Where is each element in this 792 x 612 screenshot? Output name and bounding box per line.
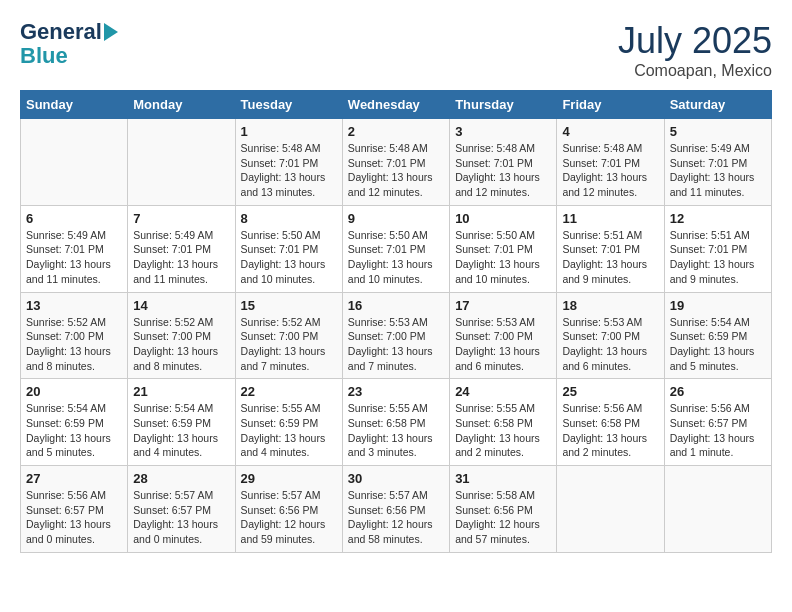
calendar-cell: 5Sunrise: 5:49 AM Sunset: 7:01 PM Daylig… — [664, 119, 771, 206]
day-number: 9 — [348, 211, 444, 226]
day-info: Sunrise: 5:56 AM Sunset: 6:58 PM Dayligh… — [562, 401, 658, 460]
calendar-cell — [21, 119, 128, 206]
calendar-cell: 7Sunrise: 5:49 AM Sunset: 7:01 PM Daylig… — [128, 205, 235, 292]
calendar-cell: 21Sunrise: 5:54 AM Sunset: 6:59 PM Dayli… — [128, 379, 235, 466]
day-info: Sunrise: 5:54 AM Sunset: 6:59 PM Dayligh… — [670, 315, 766, 374]
day-number: 10 — [455, 211, 551, 226]
title-area: July 2025 Comoapan, Mexico — [618, 20, 772, 80]
calendar-cell — [128, 119, 235, 206]
day-info: Sunrise: 5:55 AM Sunset: 6:58 PM Dayligh… — [455, 401, 551, 460]
day-info: Sunrise: 5:50 AM Sunset: 7:01 PM Dayligh… — [241, 228, 337, 287]
calendar-cell — [664, 466, 771, 553]
calendar-cell: 19Sunrise: 5:54 AM Sunset: 6:59 PM Dayli… — [664, 292, 771, 379]
day-info: Sunrise: 5:57 AM Sunset: 6:56 PM Dayligh… — [348, 488, 444, 547]
day-info: Sunrise: 5:49 AM Sunset: 7:01 PM Dayligh… — [670, 141, 766, 200]
day-number: 25 — [562, 384, 658, 399]
day-info: Sunrise: 5:58 AM Sunset: 6:56 PM Dayligh… — [455, 488, 551, 547]
weekday-header: Thursday — [450, 91, 557, 119]
day-info: Sunrise: 5:55 AM Sunset: 6:58 PM Dayligh… — [348, 401, 444, 460]
day-number: 16 — [348, 298, 444, 313]
day-number: 18 — [562, 298, 658, 313]
day-info: Sunrise: 5:51 AM Sunset: 7:01 PM Dayligh… — [670, 228, 766, 287]
calendar-cell: 23Sunrise: 5:55 AM Sunset: 6:58 PM Dayli… — [342, 379, 449, 466]
day-info: Sunrise: 5:53 AM Sunset: 7:00 PM Dayligh… — [562, 315, 658, 374]
day-number: 8 — [241, 211, 337, 226]
day-info: Sunrise: 5:56 AM Sunset: 6:57 PM Dayligh… — [670, 401, 766, 460]
day-info: Sunrise: 5:52 AM Sunset: 7:00 PM Dayligh… — [133, 315, 229, 374]
calendar-cell: 28Sunrise: 5:57 AM Sunset: 6:57 PM Dayli… — [128, 466, 235, 553]
page-header: General Blue July 2025 Comoapan, Mexico — [20, 20, 772, 80]
day-info: Sunrise: 5:53 AM Sunset: 7:00 PM Dayligh… — [348, 315, 444, 374]
calendar-cell: 8Sunrise: 5:50 AM Sunset: 7:01 PM Daylig… — [235, 205, 342, 292]
logo-blue: Blue — [20, 44, 68, 68]
day-number: 2 — [348, 124, 444, 139]
weekday-header: Sunday — [21, 91, 128, 119]
calendar-cell: 13Sunrise: 5:52 AM Sunset: 7:00 PM Dayli… — [21, 292, 128, 379]
calendar-cell: 4Sunrise: 5:48 AM Sunset: 7:01 PM Daylig… — [557, 119, 664, 206]
calendar-cell: 3Sunrise: 5:48 AM Sunset: 7:01 PM Daylig… — [450, 119, 557, 206]
day-info: Sunrise: 5:48 AM Sunset: 7:01 PM Dayligh… — [241, 141, 337, 200]
location: Comoapan, Mexico — [618, 62, 772, 80]
calendar-cell: 10Sunrise: 5:50 AM Sunset: 7:01 PM Dayli… — [450, 205, 557, 292]
day-info: Sunrise: 5:52 AM Sunset: 7:00 PM Dayligh… — [26, 315, 122, 374]
calendar-cell: 30Sunrise: 5:57 AM Sunset: 6:56 PM Dayli… — [342, 466, 449, 553]
calendar-cell: 27Sunrise: 5:56 AM Sunset: 6:57 PM Dayli… — [21, 466, 128, 553]
day-number: 17 — [455, 298, 551, 313]
calendar-cell: 26Sunrise: 5:56 AM Sunset: 6:57 PM Dayli… — [664, 379, 771, 466]
day-number: 6 — [26, 211, 122, 226]
calendar-cell: 2Sunrise: 5:48 AM Sunset: 7:01 PM Daylig… — [342, 119, 449, 206]
day-info: Sunrise: 5:55 AM Sunset: 6:59 PM Dayligh… — [241, 401, 337, 460]
calendar-cell: 22Sunrise: 5:55 AM Sunset: 6:59 PM Dayli… — [235, 379, 342, 466]
weekday-header: Friday — [557, 91, 664, 119]
day-info: Sunrise: 5:52 AM Sunset: 7:00 PM Dayligh… — [241, 315, 337, 374]
weekday-header: Monday — [128, 91, 235, 119]
day-number: 7 — [133, 211, 229, 226]
day-info: Sunrise: 5:48 AM Sunset: 7:01 PM Dayligh… — [348, 141, 444, 200]
day-info: Sunrise: 5:50 AM Sunset: 7:01 PM Dayligh… — [348, 228, 444, 287]
day-number: 24 — [455, 384, 551, 399]
calendar-cell: 6Sunrise: 5:49 AM Sunset: 7:01 PM Daylig… — [21, 205, 128, 292]
calendar-cell — [557, 466, 664, 553]
day-info: Sunrise: 5:48 AM Sunset: 7:01 PM Dayligh… — [455, 141, 551, 200]
day-number: 26 — [670, 384, 766, 399]
calendar-cell: 9Sunrise: 5:50 AM Sunset: 7:01 PM Daylig… — [342, 205, 449, 292]
calendar-week-row: 27Sunrise: 5:56 AM Sunset: 6:57 PM Dayli… — [21, 466, 772, 553]
day-number: 3 — [455, 124, 551, 139]
day-info: Sunrise: 5:56 AM Sunset: 6:57 PM Dayligh… — [26, 488, 122, 547]
day-number: 15 — [241, 298, 337, 313]
day-info: Sunrise: 5:48 AM Sunset: 7:01 PM Dayligh… — [562, 141, 658, 200]
day-number: 28 — [133, 471, 229, 486]
day-number: 31 — [455, 471, 551, 486]
calendar-week-row: 20Sunrise: 5:54 AM Sunset: 6:59 PM Dayli… — [21, 379, 772, 466]
calendar-cell: 1Sunrise: 5:48 AM Sunset: 7:01 PM Daylig… — [235, 119, 342, 206]
weekday-header: Tuesday — [235, 91, 342, 119]
day-number: 27 — [26, 471, 122, 486]
calendar-cell: 15Sunrise: 5:52 AM Sunset: 7:00 PM Dayli… — [235, 292, 342, 379]
day-number: 19 — [670, 298, 766, 313]
calendar-cell: 31Sunrise: 5:58 AM Sunset: 6:56 PM Dayli… — [450, 466, 557, 553]
day-info: Sunrise: 5:57 AM Sunset: 6:56 PM Dayligh… — [241, 488, 337, 547]
calendar-cell: 14Sunrise: 5:52 AM Sunset: 7:00 PM Dayli… — [128, 292, 235, 379]
calendar-cell: 16Sunrise: 5:53 AM Sunset: 7:00 PM Dayli… — [342, 292, 449, 379]
calendar-cell: 18Sunrise: 5:53 AM Sunset: 7:00 PM Dayli… — [557, 292, 664, 379]
day-info: Sunrise: 5:53 AM Sunset: 7:00 PM Dayligh… — [455, 315, 551, 374]
logo-general: General — [20, 20, 102, 44]
day-number: 12 — [670, 211, 766, 226]
header-row: SundayMondayTuesdayWednesdayThursdayFrid… — [21, 91, 772, 119]
calendar-cell: 20Sunrise: 5:54 AM Sunset: 6:59 PM Dayli… — [21, 379, 128, 466]
logo-arrow-icon — [104, 23, 118, 41]
day-number: 23 — [348, 384, 444, 399]
calendar-cell: 25Sunrise: 5:56 AM Sunset: 6:58 PM Dayli… — [557, 379, 664, 466]
calendar-week-row: 1Sunrise: 5:48 AM Sunset: 7:01 PM Daylig… — [21, 119, 772, 206]
calendar-cell: 29Sunrise: 5:57 AM Sunset: 6:56 PM Dayli… — [235, 466, 342, 553]
calendar-table: SundayMondayTuesdayWednesdayThursdayFrid… — [20, 90, 772, 553]
weekday-header: Wednesday — [342, 91, 449, 119]
day-info: Sunrise: 5:49 AM Sunset: 7:01 PM Dayligh… — [26, 228, 122, 287]
day-number: 1 — [241, 124, 337, 139]
calendar-cell: 17Sunrise: 5:53 AM Sunset: 7:00 PM Dayli… — [450, 292, 557, 379]
month-title: July 2025 — [618, 20, 772, 62]
day-number: 14 — [133, 298, 229, 313]
day-number: 22 — [241, 384, 337, 399]
calendar-cell: 11Sunrise: 5:51 AM Sunset: 7:01 PM Dayli… — [557, 205, 664, 292]
day-info: Sunrise: 5:51 AM Sunset: 7:01 PM Dayligh… — [562, 228, 658, 287]
